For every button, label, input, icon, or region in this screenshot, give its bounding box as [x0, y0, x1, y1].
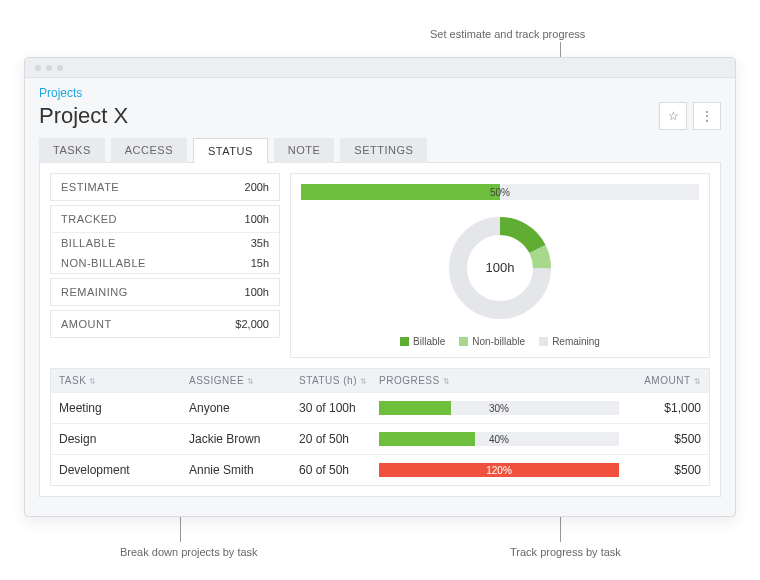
cell-progress: 120%: [379, 463, 631, 477]
stat-billable: BILLABLE 35h: [51, 233, 279, 253]
th-assignee[interactable]: ASSIGNEE⇅: [189, 375, 299, 386]
row-progress-label: 30%: [379, 401, 619, 415]
annotation-bottom-right: Track progress by task: [510, 546, 621, 558]
cell-assignee: Anyone: [189, 401, 299, 415]
th-status[interactable]: STATUS (h)⇅: [299, 375, 379, 386]
app-window: Projects Project X ☆ ⋮ TASKS ACCESS STAT…: [24, 57, 736, 517]
overall-progress-label: 50%: [301, 184, 699, 200]
stat-label: REMAINING: [61, 286, 128, 298]
stat-label: ESTIMATE: [61, 181, 119, 193]
tab-status[interactable]: STATUS: [193, 138, 268, 163]
table-row[interactable]: Development Annie Smith 60 of 50h 120% $…: [51, 454, 709, 485]
stat-label: BILLABLE: [61, 237, 116, 249]
th-amount[interactable]: AMOUNT⇅: [631, 375, 701, 386]
stat-value: 15h: [251, 257, 269, 269]
legend-nonbillable: Non-billable: [472, 336, 525, 347]
th-task[interactable]: TASK⇅: [59, 375, 189, 386]
window-dot: [57, 65, 63, 71]
cell-task: Meeting: [59, 401, 189, 415]
stat-label: AMOUNT: [61, 318, 112, 330]
window-dot: [35, 65, 41, 71]
tab-tasks[interactable]: TASKS: [39, 138, 105, 163]
cell-progress: 40%: [379, 432, 631, 446]
row-progress-bar: 120%: [379, 463, 619, 477]
sort-icon: ⇅: [360, 377, 368, 386]
kebab-icon: ⋮: [701, 109, 713, 123]
cell-task: Development: [59, 463, 189, 477]
stat-value: $2,000: [235, 318, 269, 330]
donut-chart: 100h: [440, 208, 560, 328]
stat-value: 200h: [245, 181, 269, 193]
cell-status: 60 of 50h: [299, 463, 379, 477]
stat-value: 100h: [245, 286, 269, 298]
legend-remaining: Remaining: [552, 336, 600, 347]
stat-amount: AMOUNT $2,000: [50, 310, 280, 338]
status-panel: ESTIMATE 200h TRACKED 100h BILLABLE 35h: [39, 162, 721, 497]
stat-tracked-group: TRACKED 100h BILLABLE 35h NON-BILLABLE 1…: [50, 205, 280, 274]
chart-legend: Billable Non-billable Remaining: [301, 336, 699, 347]
stat-label: NON-BILLABLE: [61, 257, 146, 269]
star-icon: ☆: [668, 109, 679, 123]
table-row[interactable]: Design Jackie Brown 20 of 50h 40% $500: [51, 423, 709, 454]
swatch-remaining: [539, 337, 548, 346]
donut-center-label: 100h: [486, 260, 515, 275]
th-progress[interactable]: PROGRESS⇅: [379, 375, 631, 386]
table-header: TASK⇅ ASSIGNEE⇅ STATUS (h)⇅ PROGRESS⇅ AM…: [51, 369, 709, 392]
overall-progress-bar: 50%: [301, 184, 699, 200]
window-titlebar: [25, 58, 735, 78]
tab-access[interactable]: ACCESS: [111, 138, 187, 163]
stat-value: 100h: [245, 213, 269, 225]
row-progress-label: 40%: [379, 432, 619, 446]
cell-amount: $500: [631, 432, 701, 446]
cell-assignee: Jackie Brown: [189, 432, 299, 446]
tab-bar: TASKS ACCESS STATUS NOTE SETTINGS: [39, 138, 721, 163]
cell-assignee: Annie Smith: [189, 463, 299, 477]
tab-settings[interactable]: SETTINGS: [340, 138, 427, 163]
annotation-top: Set estimate and track progress: [430, 28, 585, 40]
cell-status: 20 of 50h: [299, 432, 379, 446]
swatch-nonbillable: [459, 337, 468, 346]
more-options-button[interactable]: ⋮: [693, 102, 721, 130]
cell-amount: $500: [631, 463, 701, 477]
cell-status: 30 of 100h: [299, 401, 379, 415]
annotation-bottom-left: Break down projects by task: [120, 546, 258, 558]
stat-value: 35h: [251, 237, 269, 249]
row-progress-label: 120%: [379, 463, 619, 477]
chart-column: 50% 100h Billa: [290, 173, 710, 358]
stat-estimate: ESTIMATE 200h: [50, 173, 280, 201]
breadcrumb[interactable]: Projects: [39, 86, 721, 100]
row-progress-bar: 40%: [379, 432, 619, 446]
tab-note[interactable]: NOTE: [274, 138, 335, 163]
cell-amount: $1,000: [631, 401, 701, 415]
sort-icon: ⇅: [443, 377, 451, 386]
stat-label: TRACKED: [61, 213, 117, 225]
cell-progress: 30%: [379, 401, 631, 415]
sort-icon: ⇅: [89, 377, 97, 386]
row-progress-bar: 30%: [379, 401, 619, 415]
stat-nonbillable: NON-BILLABLE 15h: [51, 253, 279, 273]
stat-column: ESTIMATE 200h TRACKED 100h BILLABLE 35h: [50, 173, 280, 358]
swatch-billable: [400, 337, 409, 346]
favorite-button[interactable]: ☆: [659, 102, 687, 130]
window-dot: [46, 65, 52, 71]
task-table: TASK⇅ ASSIGNEE⇅ STATUS (h)⇅ PROGRESS⇅ AM…: [50, 368, 710, 486]
sort-icon: ⇅: [247, 377, 255, 386]
legend-billable: Billable: [413, 336, 445, 347]
stat-remaining: REMAINING 100h: [50, 278, 280, 306]
cell-task: Design: [59, 432, 189, 446]
page-title: Project X: [39, 103, 128, 129]
sort-icon: ⇅: [694, 377, 702, 386]
table-row[interactable]: Meeting Anyone 30 of 100h 30% $1,000: [51, 392, 709, 423]
